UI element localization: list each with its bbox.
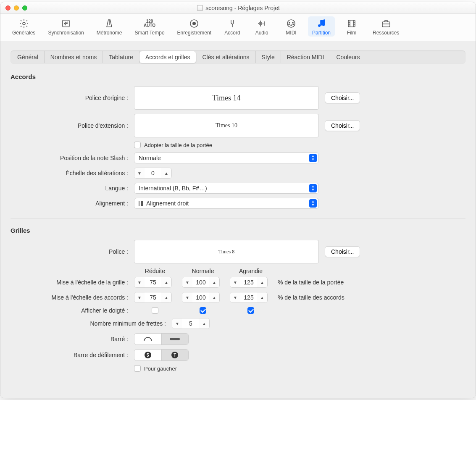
subtab-general[interactable]: Général [11, 51, 45, 63]
toolbar-metronome[interactable]: Métronome [92, 16, 126, 37]
divider [11, 218, 465, 218]
label-language: Langue : [11, 185, 128, 192]
select-arrows-icon: ▲▼ [309, 199, 317, 208]
metronome-icon [104, 18, 115, 29]
label-grid-scale: Mise à l'échelle de la grille : [11, 279, 128, 286]
col-header-reduced: Réduite [134, 268, 176, 274]
subtab-tablature[interactable]: Tablature [103, 51, 139, 63]
subtabs: Général Nombres et noms Tablature Accord… [11, 50, 465, 64]
language-select[interactable]: International (B, Bb, F#…) ▲▼ [134, 183, 319, 194]
fingering-normal-checkbox[interactable] [200, 307, 206, 314]
document-icon [197, 5, 203, 11]
svg-point-8 [293, 24, 294, 25]
tuning-fork-icon [227, 18, 238, 29]
barre-thick-option[interactable] [161, 334, 189, 345]
chord-scale-enlarged-stepper[interactable]: ▼125▲ [230, 292, 268, 303]
label-alteration-scale: Échelle des altérations : [11, 170, 128, 176]
section-title-grilles: Grilles [11, 227, 465, 234]
stepper-up-icon[interactable]: ▲ [161, 168, 171, 178]
toolbar-film[interactable]: Film [339, 16, 364, 37]
barre-style-segment[interactable] [134, 333, 189, 345]
choose-origin-font-button[interactable]: Choisir... [325, 92, 360, 103]
min-frets-stepper[interactable]: ▼5▲ [172, 318, 210, 329]
alteration-scale-stepper[interactable]: ▼ 0 ▲ [134, 168, 172, 179]
chord-scale-normal-stepper[interactable]: ▼100▲ [182, 292, 220, 303]
col-header-enlarged: Agrandie [230, 268, 272, 274]
project-settings-window: scoresong - Réglages Projet Générales Sy… [0, 2, 476, 398]
toolbar-midi[interactable]: MIDI [279, 16, 304, 37]
fingering-reduced-checkbox[interactable] [152, 307, 158, 314]
midi-icon [286, 18, 297, 29]
lefthanded-checkbox[interactable] [134, 365, 141, 372]
minimize-icon[interactable] [14, 5, 19, 11]
scrollbar-thumb-option[interactable]: T [161, 350, 189, 360]
select-arrows-icon: ▲▼ [309, 184, 317, 192]
section-title-accords: Accords [11, 73, 465, 80]
section-accords: Accords Police d'origine : Times 14 Choi… [11, 73, 465, 209]
svg-point-10 [318, 24, 321, 27]
score-icon [316, 18, 327, 29]
svg-rect-13 [382, 22, 390, 27]
traffic-lights [5, 5, 27, 11]
grid-scale-reduced-stepper[interactable]: ▼75▲ [134, 277, 172, 288]
adopt-staff-size-checkbox[interactable] [134, 142, 141, 148]
svg-point-9 [291, 25, 292, 26]
sync-icon [60, 18, 71, 29]
label-chord-scale: Mise à l'échelle des accords : [11, 294, 128, 301]
toolbar-recording[interactable]: Enregistrement [173, 16, 216, 37]
chord-scale-reduced-stepper[interactable]: ▼75▲ [134, 292, 172, 303]
grid-font-preview: Times 8 [134, 240, 319, 263]
fingering-enlarged-checkbox[interactable] [247, 307, 254, 314]
grid-scale-normal-stepper[interactable]: ▼100▲ [182, 277, 220, 288]
label-origin-font: Police d'origine : [11, 95, 128, 101]
toolbar-audio[interactable]: Audio [249, 16, 274, 37]
zoom-icon[interactable] [22, 5, 27, 11]
subtab-chords-grids[interactable]: Accords et grilles [139, 51, 197, 63]
subtab-numbers-names[interactable]: Nombres et noms [45, 51, 103, 63]
extension-font-preview: Times 10 [134, 114, 319, 137]
subtab-colors[interactable]: Couleurs [330, 51, 366, 63]
svg-point-5 [289, 22, 290, 23]
choose-grid-font-button[interactable]: Choisir... [325, 246, 360, 257]
label-show-fingering: Afficher le doigté : [11, 307, 128, 314]
grid-scale-suffix: % de la taille de la portée [278, 279, 465, 286]
thick-bar-icon [170, 338, 180, 340]
tempo-icon: 120 AUTO [144, 18, 155, 29]
grid-scale-enlarged-stepper[interactable]: ▼125▲ [230, 277, 268, 288]
toolbar-sync[interactable]: Synchronisation [44, 16, 88, 37]
alignment-select[interactable]: Alignement droit ▲▼ [134, 198, 319, 209]
adopt-staff-size-label: Adopter la taille de la portée [144, 142, 212, 148]
window-title-text: scoresong - Réglages Projet [205, 5, 280, 11]
svg-point-7 [289, 24, 289, 25]
svg-rect-12 [348, 20, 355, 27]
close-icon[interactable] [5, 5, 11, 11]
circle-number-icon: 5 [145, 352, 151, 358]
svg-point-3 [192, 22, 196, 25]
align-right-icon [139, 201, 143, 206]
stepper-down-icon[interactable]: ▼ [134, 168, 145, 178]
slash-position-select[interactable]: Normale ▲▼ [134, 153, 319, 163]
gear-icon [18, 18, 29, 29]
toolbar-smarttempo[interactable]: 120 AUTO Smart Tempo [130, 16, 168, 37]
scrollbar-style-segment[interactable]: 5 T [134, 349, 189, 361]
svg-point-6 [292, 22, 293, 23]
subtab-style[interactable]: Style [256, 51, 281, 63]
label-slash-position: Position de la note Slash : [11, 155, 128, 161]
label-barre: Barré : [11, 336, 128, 342]
label-extension-font: Police d'extension : [11, 122, 128, 129]
content-area: Général Nombres et noms Tablature Accord… [0, 41, 476, 398]
film-icon [346, 18, 357, 29]
briefcase-icon [381, 18, 392, 29]
waveform-icon [256, 18, 267, 29]
section-grilles: Grilles Police : Times 8 Choisir... Rédu… [11, 227, 465, 372]
subtab-midi-reaction[interactable]: Réaction MIDI [281, 51, 331, 63]
choose-extension-font-button[interactable]: Choisir... [325, 120, 360, 131]
toolbar-tuning[interactable]: Accord [220, 16, 245, 37]
toolbar-score[interactable]: Partition [308, 16, 335, 37]
barre-arc-option[interactable] [134, 334, 161, 345]
subtab-clefs-accidentals[interactable]: Clés et altérations [196, 51, 255, 63]
toolbar-general[interactable]: Générales [8, 16, 39, 37]
scrollbar-numeric-option[interactable]: 5 [134, 350, 161, 360]
toolbar-assets[interactable]: Ressources [368, 16, 403, 37]
svg-point-0 [23, 22, 25, 25]
